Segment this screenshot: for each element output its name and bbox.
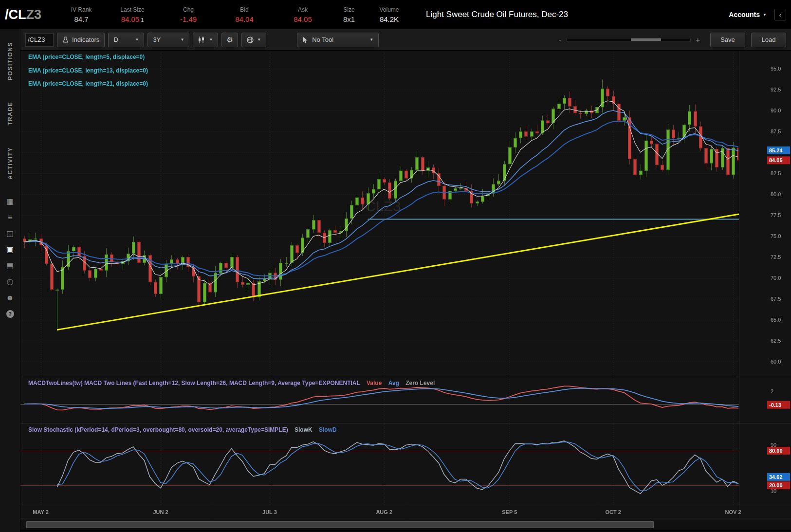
charts-icon[interactable]: ▣ — [5, 246, 15, 254]
save-button[interactable]: Save — [710, 33, 745, 47]
bid-label: Bid — [240, 6, 248, 13]
last-size-value: 1 — [141, 17, 144, 23]
symbol-root: /CL — [5, 7, 26, 22]
accounts-label: Accounts — [729, 11, 760, 18]
price-chart-canvas[interactable] — [20, 51, 791, 532]
indicators-button[interactable]: Indicators — [57, 33, 105, 47]
size-field: Size 8x1 — [332, 6, 366, 23]
sidebar-tab-activity[interactable]: ACTIVITY — [7, 147, 14, 180]
chart-type-dropdown[interactable]: ▼ — [193, 33, 218, 47]
volume-value: 84.2K — [380, 15, 399, 23]
candlestick-icon — [198, 37, 205, 43]
range-dropdown[interactable]: 3Y ▼ — [147, 33, 189, 47]
ask-label: Ask — [298, 6, 308, 13]
history-clock-icon[interactable]: ◷ — [5, 278, 15, 286]
drawing-tool-value: No Tool — [312, 36, 333, 43]
layout-dropdown[interactable]: ▼ — [241, 33, 266, 47]
analyze-icon[interactable]: ◫ — [5, 230, 15, 238]
zoom-slider-handle[interactable] — [631, 38, 661, 41]
chart-toolbar: Indicators D ▼ 3Y ▼ ▼ ⚙ ▼ — [20, 29, 791, 51]
zoom-in-button[interactable]: + — [696, 36, 700, 44]
symbol-ticker: /CLZ3 — [5, 7, 59, 22]
sidebar-tab-trade[interactable]: TRADE — [7, 102, 14, 126]
help-icon[interactable]: ? — [6, 310, 14, 318]
chevron-down-icon: ▼ — [180, 37, 184, 42]
volume-field: Volume 84.2K — [366, 6, 412, 23]
chevron-down-icon: ▼ — [763, 13, 767, 17]
timeframe-dropdown[interactable]: D ▼ — [108, 33, 144, 47]
range-value: 3Y — [153, 36, 161, 43]
chevron-down-icon: ▼ — [209, 37, 213, 42]
bid-field: Bid 84.04 — [215, 6, 274, 23]
grid-icon[interactable]: ▤ — [5, 262, 15, 270]
chevron-left-icon: ‹ — [779, 11, 781, 18]
symbol-input[interactable] — [25, 33, 54, 47]
left-sidebar: POSITIONS TRADE ACTIVITY ▦ ≡ ◫ ▣ ▤ ◷ ☻ ? — [0, 29, 20, 532]
globe-grid-icon — [247, 37, 254, 43]
zoom-out-button[interactable]: - — [559, 36, 561, 44]
zoom-slider[interactable] — [566, 38, 691, 41]
sidebar-tab-positions[interactable]: POSITIONS — [7, 42, 14, 80]
iv-rank-label: IV Rank — [71, 6, 92, 13]
symbol-suffix: Z3 — [26, 7, 42, 22]
app-window: /CLZ3 IV Rank 84.7 Last Size 84.051 Chg … — [0, 0, 791, 532]
indicators-label: Indicators — [72, 36, 99, 43]
load-button[interactable]: Load — [751, 33, 786, 47]
bid-value: 84.04 — [235, 15, 254, 23]
iv-rank-field: IV Rank 84.7 — [59, 6, 103, 23]
iv-rank-value: 84.7 — [74, 15, 88, 23]
volume-label: Volume — [379, 6, 399, 13]
chevron-down-icon: ▼ — [369, 37, 373, 42]
instrument-title: Light Sweet Crude Oil Futures, Dec-23 — [426, 10, 568, 19]
flask-icon — [62, 37, 69, 43]
last-size-field: Last Size 84.051 — [103, 6, 162, 23]
chart-settings-button[interactable]: ⚙ — [221, 33, 238, 47]
ask-value: 84.05 — [294, 15, 312, 23]
ask-field: Ask 84.05 — [274, 6, 332, 23]
save-label: Save — [720, 36, 735, 43]
size-value: 8x1 — [343, 15, 355, 23]
drawing-tool-dropdown[interactable]: No Tool ▼ — [297, 33, 379, 47]
last-size-label: Last Size — [120, 6, 144, 13]
collapse-panel-button[interactable]: ‹ — [774, 9, 786, 20]
last-price-value: 84.05 — [121, 15, 140, 23]
load-label: Load — [762, 36, 776, 43]
accounts-menu[interactable]: Accounts ▼ — [729, 11, 767, 18]
chg-value: -1.49 — [180, 15, 197, 23]
chevron-down-icon: ▼ — [135, 37, 139, 42]
chart-area: EMA (price=CLOSE, length=5, displace=0) … — [20, 51, 791, 532]
cursor-icon — [302, 37, 308, 43]
chevron-down-icon: ▼ — [257, 37, 261, 42]
zoom-controls: - + — [559, 36, 700, 44]
community-icon[interactable]: ☻ — [5, 294, 15, 302]
watchlist-icon[interactable]: ≡ — [5, 214, 15, 221]
chg-field: Chg -1.49 — [162, 6, 215, 23]
chg-label: Chg — [183, 6, 194, 13]
quote-header: /CLZ3 IV Rank 84.7 Last Size 84.051 Chg … — [0, 0, 791, 29]
report-chart-icon[interactable]: ▦ — [5, 198, 15, 205]
timeframe-value: D — [113, 36, 118, 43]
gear-icon: ⚙ — [227, 36, 233, 44]
size-label: Size — [343, 6, 354, 13]
